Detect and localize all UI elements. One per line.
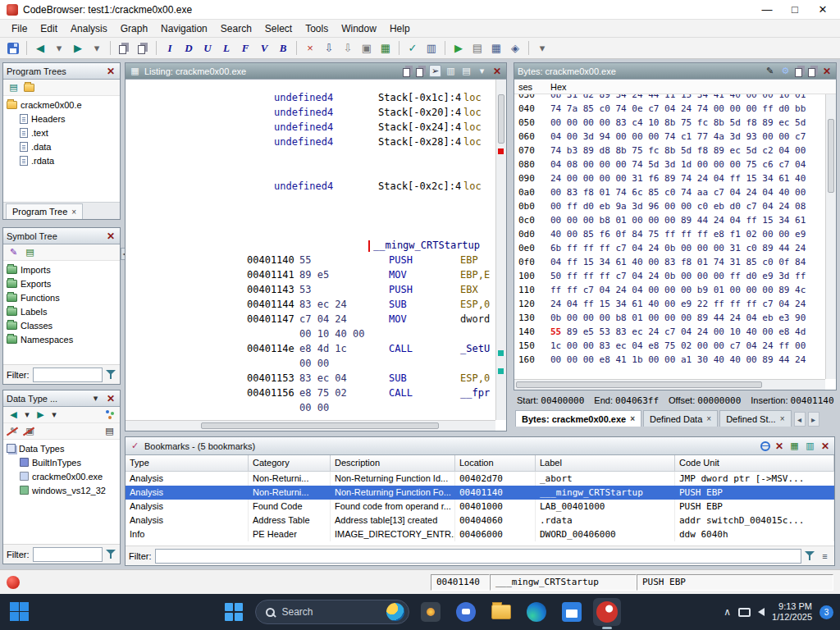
hex-row[interactable]: 05000 00 00 00 83 c4 10 8b 75 fc 8b 5d f…	[514, 116, 825, 130]
bookmark-row[interactable]: AnalysisAddress TableAddress table[13] c…	[126, 514, 834, 527]
undefine-u-button[interactable]: U	[199, 39, 217, 57]
listing-horizontal-scrollbar[interactable]	[126, 420, 495, 431]
column-header-code-unit[interactable]: Code Unit	[675, 455, 834, 472]
hex-row[interactable]: 1501c 00 00 83 ec 04 e8 75 02 00 00 c7 0…	[514, 339, 825, 353]
save-button[interactable]	[4, 39, 22, 57]
listing-line[interactable]: 00 00	[126, 357, 495, 372]
memory-map-button[interactable]: ▦	[377, 39, 395, 57]
dt-item-root[interactable]: Data Types	[3, 441, 120, 455]
listing-line[interactable]: 0040115383 ec 04SUBESP,0	[126, 372, 495, 386]
hex-row[interactable]: 0c000 00 00 b8 01 00 00 00 89 44 24 04 f…	[514, 213, 825, 227]
dt-item-crackme0x00.exe[interactable]: crackme0x00.exe	[3, 469, 120, 483]
listing-line[interactable]: undefined4Stack[-0x1c]:4loc	[126, 91, 495, 106]
hex-row[interactable]: 16000 00 00 e8 41 1b 00 00 a1 30 40 40 0…	[514, 353, 825, 367]
data-type-filter-input[interactable]	[33, 547, 103, 562]
menu-search[interactable]: Search	[214, 21, 258, 37]
bookmarks-header[interactable]: ✓ Bookmarks - (5 bookmarks) ✕ ▦ ▥ ✕	[126, 437, 834, 455]
menu-file[interactable]: File	[5, 21, 34, 37]
listing-line[interactable]: __mingw_CRTStartup	[126, 239, 495, 253]
web-help-icon[interactable]	[760, 441, 770, 451]
program-tree-tab[interactable]: Program Tree ×	[6, 203, 83, 219]
search-highlights-icon[interactable]	[386, 603, 404, 621]
column-header-category[interactable]: Category	[249, 455, 331, 472]
symbol-tree-refresh-icon[interactable]: ▤	[24, 247, 36, 258]
listing-line[interactable]: 0040114189 e5MOVEBP,E	[126, 268, 495, 283]
hex-row[interactable]: 07074 b3 89 d8 8b 75 fc 8b 5d f8 89 ec 5…	[514, 144, 825, 158]
tree-item-data[interactable]: .data	[3, 139, 120, 153]
select-columns-icon[interactable]: ▦	[788, 441, 801, 451]
data-d-button[interactable]: D	[180, 39, 198, 57]
windows-menu-button[interactable]: ▾	[533, 39, 551, 57]
menu-navigation[interactable]: Navigation	[154, 21, 214, 37]
back-history-button[interactable]: ▾	[50, 39, 68, 57]
taskbar-app-store[interactable]	[558, 598, 586, 626]
bookmark-row[interactable]: InfoPE HeaderIMAGE_DIRECTORY_ENTR...0040…	[126, 527, 834, 541]
hex-row[interactable]: 12024 04 ff 15 34 61 40 00 e9 22 ff ff f…	[514, 297, 825, 311]
edit-mode-icon[interactable]: ✎	[764, 66, 776, 76]
listing-line[interactable]	[126, 165, 495, 180]
disassemble-i-button[interactable]: I	[161, 39, 179, 57]
bytes-header[interactable]: Bytes: crackme0x00.exe ✎ ⚙ ✕	[514, 63, 836, 80]
bookmark-b-button[interactable]: B	[274, 39, 292, 57]
function-f-button[interactable]: F	[236, 39, 254, 57]
listing-line[interactable]: undefined4Stack[-0x24]:4loc	[126, 121, 495, 135]
menu-edit[interactable]: Edit	[34, 21, 64, 37]
taskbar-app-ghidra[interactable]	[593, 598, 621, 626]
close-icon[interactable]: ×	[71, 208, 76, 217]
snapshot-view-icon[interactable]	[416, 68, 423, 77]
listing-line[interactable]	[126, 224, 495, 239]
tree-item-headers[interactable]: Headers	[3, 112, 120, 126]
menu-tools[interactable]: Tools	[299, 21, 335, 37]
listing-header[interactable]: ▦ Listing: crackme0x00.exe ➢ ▥ ▤ ▾ ✕	[126, 63, 506, 80]
filter-icon[interactable]	[106, 549, 116, 559]
scrollbar-thumb[interactable]	[201, 422, 439, 429]
no-assign-icon[interactable]: ▣	[24, 426, 36, 436]
tree-item-text[interactable]: .text	[3, 126, 120, 139]
hex-row[interactable]: 10050 ff ff ff c7 04 24 0b 00 00 00 ff d…	[514, 269, 825, 283]
column-header-label[interactable]: Label	[536, 455, 675, 472]
listing-vertical-scrollbar[interactable]	[495, 80, 506, 420]
snapshot-button[interactable]: ▣	[358, 39, 376, 57]
bookmark-row[interactable]: AnalysisNon-Returni...Non-Returning Func…	[126, 472, 834, 486]
list-view-icon[interactable]: ▤	[103, 426, 116, 436]
close-icon[interactable]: ×	[706, 414, 711, 423]
back-button[interactable]: ◀	[31, 39, 49, 57]
hex-row[interactable]: 0a000 83 f8 01 74 6c 85 c0 74 aa c7 04 2…	[514, 185, 825, 199]
snapshot-view-icon[interactable]	[808, 68, 815, 77]
pinned-window-icon[interactable]	[10, 602, 30, 622]
chevron-down-icon[interactable]: ▾	[89, 393, 102, 404]
copy-button[interactable]	[115, 39, 133, 57]
settings-gear-icon[interactable]: ⚙	[779, 66, 792, 76]
tab-scroll-left-icon[interactable]: ◂	[794, 412, 806, 427]
listing-line[interactable]: 00 10 40 00	[126, 327, 495, 342]
hex-row[interactable]: 14055 89 e5 53 83 ec 24 c7 04 24 00 10 4…	[514, 325, 825, 339]
hex-row[interactable]: 04074 7a 85 c0 74 0e c7 04 24 74 00 00 0…	[514, 102, 825, 116]
taskbar-app-widgets[interactable]	[417, 598, 445, 626]
listing-line[interactable]: 00 00	[126, 401, 495, 416]
menu-help[interactable]: Help	[383, 21, 417, 37]
scrollbar-thumb[interactable]	[516, 381, 762, 388]
hex-view[interactable]: 0300b 31 d2 89 34 24 44 11 15 34 41 40 0…	[514, 94, 836, 390]
hex-row[interactable]: 06004 00 3d 94 00 00 00 74 c1 77 4a 3d 9…	[514, 130, 825, 144]
hex-row[interactable]: 0e06b ff ff ff c7 04 24 0b 00 00 00 31 c…	[514, 241, 825, 255]
symtree-item-namespaces[interactable]: Namespaces	[3, 332, 120, 346]
maximize-button[interactable]: □	[781, 1, 809, 19]
cursor-location-icon[interactable]: ➢	[429, 65, 441, 77]
scrollbar-thumb[interactable]	[498, 94, 504, 144]
symbol-tree-header[interactable]: Symbol Tree ✕	[3, 228, 120, 244]
open-folder-icon[interactable]	[24, 84, 34, 92]
symtree-item-classes[interactable]: Classes	[3, 318, 120, 332]
bytes-tab[interactable]: Defined St...×	[719, 410, 791, 427]
duplicate-view-icon[interactable]	[403, 68, 410, 77]
tray-chevron-icon[interactable]: ∧	[724, 606, 731, 618]
bytes-tab[interactable]: Defined Data×	[643, 410, 718, 427]
close-icon[interactable]: ×	[630, 414, 635, 423]
data-type-header[interactable]: Data Type ... ▾ ✕	[3, 390, 120, 407]
diff-view-icon[interactable]: ▤	[460, 66, 472, 76]
tree-item-root[interactable]: crackme0x00.e	[3, 98, 120, 112]
bookmarks-filter-input[interactable]	[155, 549, 802, 564]
taskbar-app-teams[interactable]	[452, 598, 480, 626]
pull-down-alt-button[interactable]: ⇩	[339, 39, 357, 57]
listing-line[interactable]: 00401156e8 75 02CALL__fpr	[126, 386, 495, 401]
taskbar-app-explorer[interactable]	[487, 598, 515, 626]
